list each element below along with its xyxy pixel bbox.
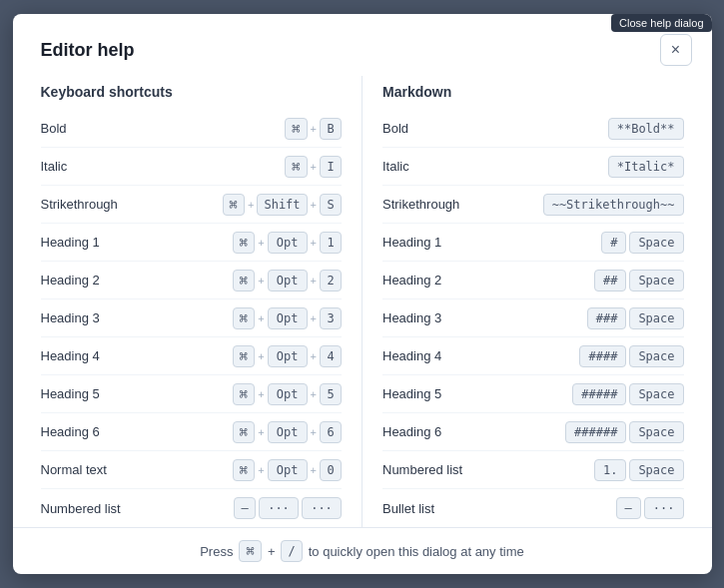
md-label-strikethrough: Strikethrough bbox=[382, 197, 492, 212]
md-label-h6: Heading 6 bbox=[382, 424, 492, 439]
shortcut-label-strikethrough: Strikethrough bbox=[41, 197, 151, 212]
shortcut-row-bold: Bold ⌘ + B bbox=[41, 110, 343, 148]
keyboard-shortcuts-column: Keyboard shortcuts Bold ⌘ + B Italic ⌘ +… bbox=[41, 76, 362, 527]
plus-sep: + bbox=[258, 388, 264, 400]
md-label-numlist: Numbered list bbox=[382, 462, 492, 477]
md-label-h3: Heading 3 bbox=[382, 310, 492, 325]
keyboard-shortcuts-header: Keyboard shortcuts bbox=[41, 76, 343, 106]
shortcut-row-h6: Heading 6 ⌘ + Opt + 6 bbox=[41, 413, 343, 451]
md-key-h6: ###### bbox=[565, 421, 626, 443]
md-key-h1: # bbox=[601, 232, 626, 254]
shortcut-label-h6: Heading 6 bbox=[41, 424, 151, 439]
shortcut-keys-h1: ⌘ + Opt + 1 bbox=[233, 232, 342, 254]
key-i: I bbox=[320, 156, 342, 178]
md-keys-h1: # Space bbox=[601, 232, 683, 254]
md-key-h3: ### bbox=[587, 307, 627, 329]
md-row-h5: Heading 5 ##### Space bbox=[382, 375, 684, 413]
plus-sep: + bbox=[258, 312, 264, 324]
md-keys-italic: *Italic* bbox=[608, 156, 684, 178]
key-cmd: ⌘ bbox=[233, 307, 255, 329]
editor-help-dialog: Close help dialog Editor help × Keyboard… bbox=[13, 14, 712, 574]
dialog-header: Editor help × bbox=[13, 14, 712, 76]
md-key-dots: ··· bbox=[644, 497, 684, 519]
close-button[interactable]: × bbox=[660, 34, 692, 66]
md-label-bulletlist: Bullet list bbox=[382, 501, 492, 516]
key-opt: Opt bbox=[268, 421, 308, 443]
md-key-space: Space bbox=[629, 270, 683, 292]
footer-suffix: to quickly open this dialog at any time bbox=[309, 544, 524, 559]
shortcut-keys-italic: ⌘ + I bbox=[285, 156, 342, 178]
key-opt: Opt bbox=[268, 270, 308, 292]
footer-plus: + bbox=[268, 544, 276, 559]
md-keys-h2: ## Space bbox=[594, 270, 684, 292]
key-6: 6 bbox=[320, 421, 342, 443]
md-keys-h3: ### Space bbox=[587, 307, 684, 329]
md-keys-h4: #### Space bbox=[579, 345, 683, 367]
md-key-space: Space bbox=[629, 345, 683, 367]
shortcut-row-strikethrough: Strikethrough ⌘ + Shift + S bbox=[41, 186, 343, 224]
shortcut-label-h4: Heading 4 bbox=[41, 348, 151, 363]
plus-sep: + bbox=[258, 426, 264, 438]
key-dash: — bbox=[234, 497, 256, 519]
shortcut-row-normal: Normal text ⌘ + Opt + 0 bbox=[41, 451, 343, 489]
md-label-h5: Heading 5 bbox=[382, 386, 492, 401]
md-row-strikethrough: Strikethrough ~~Strikethrough~~ bbox=[382, 186, 684, 224]
key-0: 0 bbox=[320, 459, 342, 481]
shortcut-row-h3: Heading 3 ⌘ + Opt + 3 bbox=[41, 299, 343, 337]
md-key-strikethrough: ~~Strikethrough~~ bbox=[543, 194, 684, 216]
md-label-bold: Bold bbox=[382, 121, 492, 136]
plus-sep: + bbox=[311, 123, 317, 135]
plus-sep: + bbox=[311, 161, 317, 173]
dialog-footer: Press ⌘ + / to quickly open this dialog … bbox=[13, 527, 712, 574]
shortcut-keys-h3: ⌘ + Opt + 3 bbox=[233, 307, 342, 329]
md-row-h2: Heading 2 ## Space bbox=[382, 262, 684, 299]
key-3: 3 bbox=[320, 307, 342, 329]
md-keys-numlist: 1. Space bbox=[594, 459, 684, 481]
top-bar-label: Close help dialog bbox=[611, 14, 711, 32]
shortcut-keys-strikethrough: ⌘ + Shift + S bbox=[223, 194, 342, 216]
key-opt: Opt bbox=[268, 459, 308, 481]
md-key-space: Space bbox=[629, 459, 683, 481]
key-b: B bbox=[320, 118, 342, 140]
md-label-h4: Heading 4 bbox=[382, 348, 492, 363]
markdown-column: Markdown Bold **Bold** Italic *Italic* S… bbox=[362, 76, 684, 527]
md-label-h1: Heading 1 bbox=[382, 235, 492, 250]
key-cmd: ⌘ bbox=[233, 270, 255, 292]
md-row-h3: Heading 3 ### Space bbox=[382, 299, 684, 337]
key-opt: Opt bbox=[268, 307, 308, 329]
markdown-header: Markdown bbox=[382, 76, 684, 106]
md-keys-bulletlist: — ··· bbox=[616, 497, 684, 519]
shortcut-label-bold: Bold bbox=[41, 121, 151, 136]
shortcut-keys-numlist: — ··· ··· bbox=[234, 497, 342, 519]
shortcut-row-h4: Heading 4 ⌘ + Opt + 4 bbox=[41, 337, 343, 375]
key-cmd: ⌘ bbox=[233, 459, 255, 481]
key-cmd: ⌘ bbox=[233, 345, 255, 367]
md-key-space: Space bbox=[629, 232, 683, 254]
md-key-dash: — bbox=[616, 497, 641, 519]
key-cmd: ⌘ bbox=[233, 383, 255, 405]
shortcut-keys-h6: ⌘ + Opt + 6 bbox=[233, 421, 342, 443]
footer-press: Press bbox=[200, 544, 233, 559]
md-row-h1: Heading 1 # Space bbox=[382, 224, 684, 262]
key-cmd: ⌘ bbox=[285, 156, 307, 178]
key-dots2: ··· bbox=[302, 497, 342, 519]
plus-sep: + bbox=[311, 464, 317, 476]
plus-sep: + bbox=[258, 464, 264, 476]
dialog-title: Editor help bbox=[41, 40, 135, 61]
md-row-numlist: Numbered list 1. Space bbox=[382, 451, 684, 489]
shortcut-keys-bold: ⌘ + B bbox=[285, 118, 342, 140]
md-key-italic: *Italic* bbox=[608, 156, 684, 178]
shortcut-label-normal: Normal text bbox=[41, 462, 151, 477]
plus-sep: + bbox=[311, 237, 317, 249]
key-dots: ··· bbox=[259, 497, 299, 519]
md-key-h5: ##### bbox=[572, 383, 626, 405]
key-2: 2 bbox=[320, 270, 342, 292]
md-row-bold: Bold **Bold** bbox=[382, 110, 684, 148]
shortcut-row-h2: Heading 2 ⌘ + Opt + 2 bbox=[41, 262, 343, 299]
shortcut-row-h5: Heading 5 ⌘ + Opt + 5 bbox=[41, 375, 343, 413]
dialog-body: Keyboard shortcuts Bold ⌘ + B Italic ⌘ +… bbox=[13, 76, 712, 527]
md-key-bold: **Bold** bbox=[608, 118, 684, 140]
plus-sep: + bbox=[258, 237, 264, 249]
md-keys-h5: ##### Space bbox=[572, 383, 683, 405]
md-key-space: Space bbox=[629, 307, 683, 329]
